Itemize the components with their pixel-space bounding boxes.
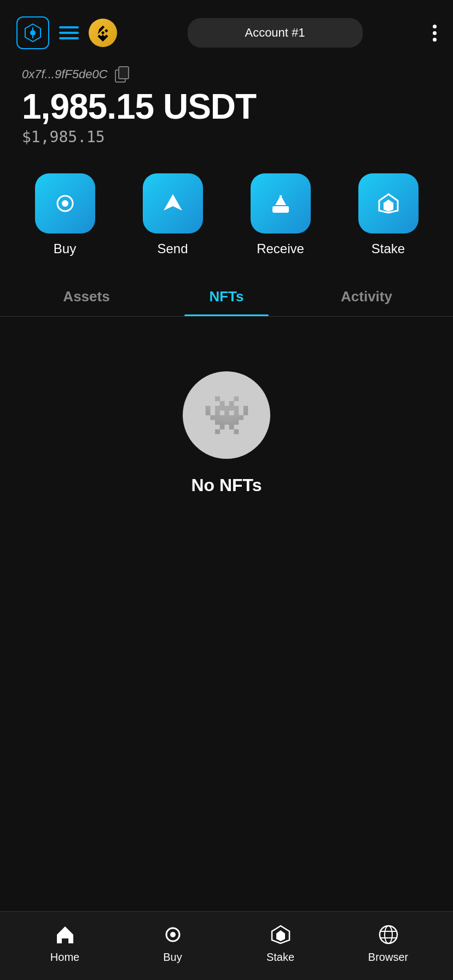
nav-stake[interactable]: Stake xyxy=(226,923,334,964)
nav-buy-icon xyxy=(162,924,184,946)
receive-label: Receive xyxy=(257,241,304,256)
svg-point-1 xyxy=(30,30,36,36)
nav-browser-icon xyxy=(378,924,399,946)
nav-buy[interactable]: Buy xyxy=(119,923,226,964)
nav-buy-label: Buy xyxy=(163,951,182,964)
svg-rect-5 xyxy=(119,67,129,79)
svg-point-18 xyxy=(380,926,397,943)
menu-icon[interactable] xyxy=(59,26,79,39)
account-button[interactable]: Account #1 xyxy=(188,18,363,48)
stake-label: Stake xyxy=(371,241,405,256)
nav-home[interactable]: Home xyxy=(11,923,119,964)
svg-point-7 xyxy=(62,200,68,207)
copy-icon[interactable] xyxy=(113,66,131,83)
svg-marker-8 xyxy=(164,194,182,211)
send-label: Send xyxy=(157,241,188,256)
svg-marker-13 xyxy=(384,200,393,212)
bottom-nav: Home Buy Stake Br xyxy=(0,911,453,980)
nav-home-label: Home xyxy=(50,951,79,964)
buy-button[interactable]: Buy xyxy=(16,173,113,256)
buy-label: Buy xyxy=(54,241,76,256)
nav-browser[interactable]: Browser xyxy=(334,923,442,964)
tab-assets[interactable]: Assets xyxy=(16,273,156,316)
no-nfts-container: 👾 No NFTs xyxy=(0,317,453,550)
nav-stake-label: Stake xyxy=(266,951,294,964)
tab-activity[interactable]: Activity xyxy=(297,273,437,316)
action-buttons: Buy Send Receive Stake xyxy=(0,162,453,273)
more-options-icon[interactable] xyxy=(433,25,437,42)
balance-crypto: 1,985.15 USDT xyxy=(22,88,431,126)
header: Account #1 xyxy=(0,0,453,60)
no-nfts-illustration: 👾 xyxy=(203,393,251,438)
no-nfts-icon: 👾 xyxy=(183,371,270,459)
home-icon xyxy=(54,924,76,946)
nav-stake-icon xyxy=(270,924,292,946)
no-nfts-message: No NFTs xyxy=(191,475,262,495)
svg-rect-9 xyxy=(272,206,289,213)
stake-button[interactable]: Stake xyxy=(340,173,437,256)
svg-point-19 xyxy=(385,926,392,943)
svg-marker-17 xyxy=(276,930,285,941)
wallet-info: 0x7f...9fF5de0C 1,985.15 USDT $1,985.15 xyxy=(0,60,453,162)
tabs: Assets NFTs Activity xyxy=(0,273,453,317)
nav-browser-label: Browser xyxy=(368,951,408,964)
receive-button[interactable]: Receive xyxy=(232,173,329,256)
balance-usd: $1,985.15 xyxy=(22,128,431,146)
wallet-address: 0x7f...9fF5de0C xyxy=(22,66,431,83)
header-left xyxy=(16,16,117,49)
binance-coin-icon[interactable] xyxy=(89,19,117,47)
tab-nfts[interactable]: NFTs xyxy=(156,273,297,316)
logo-icon[interactable] xyxy=(16,16,49,49)
send-button[interactable]: Send xyxy=(124,173,221,256)
svg-point-15 xyxy=(170,932,176,937)
